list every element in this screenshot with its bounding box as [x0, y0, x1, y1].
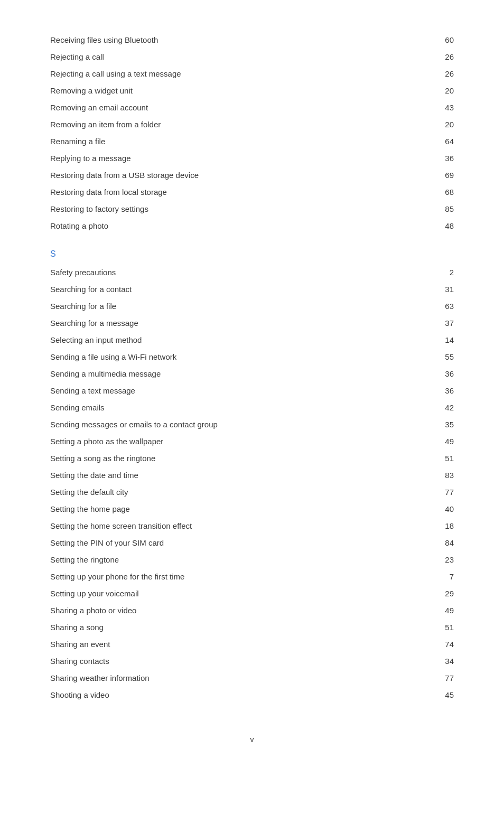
- index-entry: Setting the home page 40: [50, 501, 454, 518]
- index-entry: Replying to a message 36: [50, 150, 454, 167]
- index-entry: Setting up your voicemail 29: [50, 585, 454, 602]
- entry-title: Sending a file using a Wi-Fi network: [50, 351, 433, 363]
- index-entry: Sharing an event 74: [50, 636, 454, 653]
- entry-title: Rejecting a call using a text message: [50, 68, 433, 80]
- index-entry: Restoring to factory settings 85: [50, 201, 454, 218]
- entry-page: 31: [433, 283, 454, 296]
- entry-page: 48: [433, 220, 454, 232]
- index-entry: Removing an item from a folder 20: [50, 116, 454, 133]
- entry-title: Setting the home screen transition effec…: [50, 520, 433, 532]
- entry-page: 36: [433, 368, 454, 380]
- entry-page: 20: [433, 118, 454, 131]
- entry-title: Restoring data from a USB storage device: [50, 169, 433, 182]
- entry-page: 37: [433, 317, 454, 330]
- entry-page: 68: [433, 186, 454, 199]
- entry-page: 7: [433, 570, 454, 583]
- entry-page: 26: [433, 51, 454, 63]
- entry-title: Searching for a message: [50, 317, 433, 330]
- entry-title: Sharing a song: [50, 621, 433, 634]
- index-entry: Setting the ringtone 23: [50, 551, 454, 568]
- index-entry: Setting the PIN of your SIM card 84: [50, 535, 454, 551]
- entry-title: Removing an item from a folder: [50, 118, 433, 131]
- index-entry: Sending a multimedia message 36: [50, 366, 454, 382]
- entry-page: 20: [433, 85, 454, 97]
- entry-page: 63: [433, 300, 454, 313]
- entry-title: Removing an email account: [50, 101, 433, 114]
- index-entry: Sending a text message 36: [50, 382, 454, 399]
- entry-page: 51: [433, 452, 454, 465]
- entry-title: Setting up your voicemail: [50, 587, 433, 600]
- index-entry: Sharing weather information 77: [50, 670, 454, 687]
- index-entry: Setting a photo as the wallpaper 49: [50, 433, 454, 450]
- index-entry: Rejecting a call 26: [50, 49, 454, 65]
- entry-title: Setting a song as the ringtone: [50, 452, 433, 465]
- entry-page: 34: [433, 655, 454, 668]
- entry-page: 77: [433, 672, 454, 685]
- entry-page: 84: [433, 537, 454, 549]
- entry-title: Restoring data from local storage: [50, 186, 433, 199]
- index-entry: Restoring data from a USB storage device…: [50, 167, 454, 184]
- entry-title: Setting up your phone for the first time: [50, 570, 433, 583]
- index-entry: Renaming a file 64: [50, 133, 454, 150]
- entry-page: 18: [433, 520, 454, 532]
- entry-title: Rejecting a call: [50, 51, 433, 63]
- entry-page: 85: [433, 203, 454, 216]
- entry-title: Setting a photo as the wallpaper: [50, 435, 433, 448]
- entry-title: Rotating a photo: [50, 220, 433, 232]
- entry-title: Sharing contacts: [50, 655, 433, 668]
- index-entry: Sending a file using a Wi-Fi network 55: [50, 349, 454, 366]
- index-entry: Sending emails 42: [50, 399, 454, 416]
- entry-page: 64: [433, 135, 454, 148]
- entry-title: Sharing a photo or video: [50, 604, 433, 617]
- entry-title: Sending a multimedia message: [50, 368, 433, 380]
- entry-title: Setting the date and time: [50, 469, 433, 482]
- entry-title: Setting the ringtone: [50, 554, 433, 566]
- entry-title: Searching for a file: [50, 300, 433, 313]
- index-entry: Setting the date and time 83: [50, 467, 454, 484]
- entry-page: 49: [433, 604, 454, 617]
- entry-page: 45: [433, 689, 454, 701]
- s-entries: Safety precautions 2 Searching for a con…: [50, 264, 454, 704]
- index-entry: Rotating a photo 48: [50, 218, 454, 235]
- index-entry: Setting up your phone for the first time…: [50, 568, 454, 585]
- entry-page: 2: [433, 266, 454, 279]
- entry-title: Sharing weather information: [50, 672, 433, 685]
- entry-title: Sending a text message: [50, 385, 433, 397]
- s-section-letter: S: [50, 249, 454, 259]
- entry-title: Renaming a file: [50, 135, 433, 148]
- entry-page: 35: [433, 418, 454, 431]
- entry-title: Setting the PIN of your SIM card: [50, 537, 433, 549]
- r-entries: Receiving files using Bluetooth 60 Rejec…: [50, 32, 454, 235]
- entry-page: 29: [433, 587, 454, 600]
- entry-page: 69: [433, 169, 454, 182]
- entry-title: Setting the default city: [50, 486, 433, 499]
- entry-title: Safety precautions: [50, 266, 433, 279]
- index-entry: Sharing a song 51: [50, 619, 454, 636]
- index-entry: Removing an email account 43: [50, 99, 454, 116]
- entry-page: 55: [433, 351, 454, 363]
- entry-page: 74: [433, 638, 454, 651]
- index-entry: Searching for a message 37: [50, 315, 454, 332]
- entry-page: 43: [433, 101, 454, 114]
- index-entry: Removing a widget unit 20: [50, 82, 454, 99]
- entry-title: Searching for a contact: [50, 283, 433, 296]
- index-entry: Safety precautions 2: [50, 264, 454, 281]
- entry-title: Shooting a video: [50, 689, 433, 701]
- entry-title: Sending messages or emails to a contact …: [50, 418, 433, 431]
- entry-page: 40: [433, 503, 454, 516]
- entry-title: Restoring to factory settings: [50, 203, 433, 216]
- entry-page: 83: [433, 469, 454, 482]
- index-entry: Restoring data from local storage 68: [50, 184, 454, 201]
- entry-title: Selecting an input method: [50, 334, 433, 347]
- entry-page: 49: [433, 435, 454, 448]
- index-entry: Sharing a photo or video 49: [50, 602, 454, 619]
- index-entry: Selecting an input method 14: [50, 332, 454, 349]
- index-entry: Receiving files using Bluetooth 60: [50, 32, 454, 49]
- entry-title: Removing a widget unit: [50, 85, 433, 97]
- entry-page: 14: [433, 334, 454, 347]
- page-footer: v: [50, 735, 454, 744]
- entry-title: Sharing an event: [50, 638, 433, 651]
- index-entry: Setting a song as the ringtone 51: [50, 450, 454, 467]
- entry-title: Replying to a message: [50, 152, 433, 165]
- entry-page: 23: [433, 554, 454, 566]
